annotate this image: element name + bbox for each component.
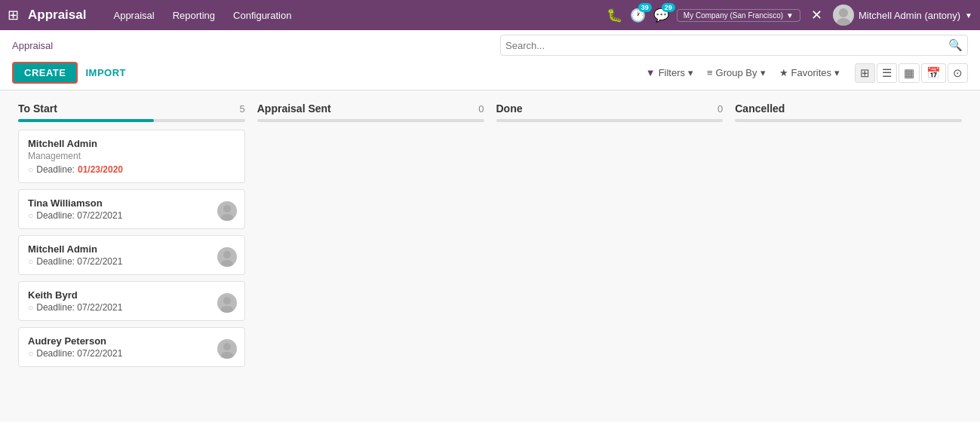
- overdue-date: 01/23/2020: [78, 164, 123, 175]
- card-avatar: [217, 339, 237, 359]
- action-left: CREATE IMPORT: [12, 62, 126, 84]
- svg-point-3: [221, 214, 233, 221]
- col-count-to_start: 5: [240, 103, 245, 115]
- search-icon: 🔍: [948, 38, 963, 52]
- user-name: Mitchell Admin (antony): [859, 10, 960, 21]
- bug-icon: 🐛: [607, 8, 622, 23]
- col-header-appraisal_sent: Appraisal Sent 0: [257, 102, 484, 115]
- card-name: Tina Williamson: [28, 197, 235, 209]
- close-icon[interactable]: ✕: [811, 7, 822, 23]
- kanban-col-cancelled: Cancelled: [729, 102, 968, 373]
- card-avatar: [217, 293, 237, 313]
- kanban-board: To Start 5 Mitchell Admin Management ○ D…: [0, 90, 980, 385]
- svg-point-1: [837, 18, 850, 26]
- company-selector[interactable]: My Company (San Francisco) ▼: [677, 9, 800, 22]
- user-menu[interactable]: Mitchell Admin (antony) ▼: [833, 5, 972, 26]
- favorites-label: Favorites: [791, 67, 831, 78]
- filters-label: Filters: [659, 67, 685, 78]
- message-icon-btn[interactable]: 💬 29: [653, 8, 669, 23]
- kanban-view-button[interactable]: ⊞: [855, 63, 875, 83]
- star-icon: ★: [779, 67, 788, 78]
- create-button[interactable]: CREATE: [12, 62, 78, 84]
- filters-button[interactable]: ▼ Filters ▾: [641, 66, 698, 80]
- groupby-icon: ≡: [707, 67, 713, 78]
- col-count-appraisal_sent: 0: [478, 103, 484, 115]
- calendar-view-button[interactable]: 📅: [921, 63, 946, 83]
- col-progress-to_start: [18, 119, 245, 122]
- company-name: My Company (San Francisco): [684, 11, 783, 20]
- nav-appraisal[interactable]: Appraisal: [106, 7, 161, 24]
- col-count-done: 0: [717, 103, 723, 115]
- card-name: Mitchell Admin: [28, 138, 235, 149]
- clock-icon: ○: [28, 348, 33, 359]
- message-badge: 29: [662, 3, 675, 12]
- nav-configuration[interactable]: Configuration: [226, 7, 299, 24]
- company-chevron-icon: ▼: [786, 11, 794, 20]
- bug-icon-btn[interactable]: 🐛: [607, 8, 622, 23]
- search-input[interactable]: [505, 40, 948, 51]
- col-header-done: Done 0: [496, 102, 723, 115]
- svg-point-4: [223, 251, 231, 258]
- clock-icon-btn[interactable]: 🕐 39: [630, 8, 646, 23]
- nav-reporting[interactable]: Reporting: [165, 7, 223, 24]
- top-navbar: ⊞ Appraisal Appraisal Reporting Configur…: [0, 0, 980, 30]
- svg-point-9: [221, 352, 233, 359]
- col-progress-fill-to_start: [18, 119, 154, 122]
- table-view-button[interactable]: ▦: [899, 63, 920, 83]
- svg-point-7: [221, 306, 233, 313]
- search-container: 🔍: [500, 35, 968, 56]
- card-deadline: ○ Deadline: 01/23/2020: [28, 164, 235, 175]
- action-row: CREATE IMPORT ▼ Filters ▾ ≡ Group By ▾ ★…: [12, 59, 968, 90]
- view-icons: ⊞ ☰ ▦ 📅 ⊙: [855, 63, 968, 83]
- col-title-cancelled: Cancelled: [735, 102, 785, 115]
- toolbar: Appraisal 🔍 CREATE IMPORT ▼ Filters ▾ ≡ …: [0, 30, 980, 90]
- col-progress-cancelled: [735, 119, 962, 122]
- card-avatar: [217, 201, 237, 221]
- import-button[interactable]: IMPORT: [85, 67, 126, 78]
- svg-point-8: [223, 343, 231, 350]
- list-view-button[interactable]: ☰: [877, 63, 897, 83]
- favorites-chevron-icon: ▾: [834, 67, 840, 78]
- card-deadline: ○ Deadline: 07/22/2021: [28, 210, 235, 221]
- kanban-card[interactable]: Mitchell Admin Management ○ Deadline: 01…: [18, 130, 245, 183]
- col-header-cancelled: Cancelled: [735, 102, 962, 115]
- nav-menu: Appraisal Reporting Configuration: [106, 7, 299, 24]
- clock-icon: ○: [28, 302, 33, 313]
- user-chevron-icon: ▼: [965, 11, 972, 20]
- filters-chevron-icon: ▾: [688, 67, 693, 78]
- kanban-col-appraisal_sent: Appraisal Sent 0: [251, 102, 490, 373]
- groupby-button[interactable]: ≡ Group By ▾: [702, 66, 770, 80]
- groupby-chevron-icon: ▾: [760, 67, 766, 78]
- clock-icon: ○: [28, 210, 33, 221]
- card-deadline: ○ Deadline: 07/22/2021: [28, 302, 235, 313]
- card-name: Keith Byrd: [28, 289, 235, 301]
- col-header-to_start: To Start 5: [18, 102, 245, 115]
- app-title: Appraisal: [28, 8, 86, 23]
- grid-icon[interactable]: ⊞: [8, 7, 19, 23]
- card-avatar: [217, 247, 237, 267]
- kanban-card[interactable]: Mitchell Admin ○ Deadline: 07/22/2021: [18, 235, 245, 275]
- col-title-to_start: To Start: [18, 102, 57, 115]
- kanban-card[interactable]: Keith Byrd ○ Deadline: 07/22/2021: [18, 281, 245, 321]
- groupby-label: Group By: [716, 67, 757, 78]
- nav-icons: 🐛 🕐 39 💬 29 My Company (San Francisco) ▼…: [607, 5, 972, 26]
- col-title-done: Done: [496, 102, 523, 115]
- card-name: Audrey Peterson: [28, 335, 235, 347]
- card-deadline: ○ Deadline: 07/22/2021: [28, 256, 235, 267]
- favorites-button[interactable]: ★ Favorites ▾: [775, 66, 844, 80]
- svg-point-6: [223, 297, 231, 304]
- clock-badge: 39: [638, 3, 652, 12]
- kanban-col-done: Done 0: [490, 102, 730, 373]
- kanban-card[interactable]: Tina Williamson ○ Deadline: 07/22/2021: [18, 189, 245, 229]
- col-progress-done: [496, 119, 723, 122]
- filter-icon: ▼: [646, 67, 656, 78]
- card-deadline: ○ Deadline: 07/22/2021: [28, 348, 235, 359]
- breadcrumb-row: Appraisal 🔍: [12, 35, 968, 56]
- activity-view-button[interactable]: ⊙: [948, 63, 968, 83]
- clock-icon: ○: [28, 164, 33, 175]
- kanban-col-to_start: To Start 5 Mitchell Admin Management ○ D…: [12, 102, 251, 373]
- clock-icon: ○: [28, 256, 33, 267]
- col-title-appraisal_sent: Appraisal Sent: [257, 102, 331, 115]
- kanban-card[interactable]: Audrey Peterson ○ Deadline: 07/22/2021: [18, 327, 245, 367]
- svg-point-2: [223, 205, 231, 213]
